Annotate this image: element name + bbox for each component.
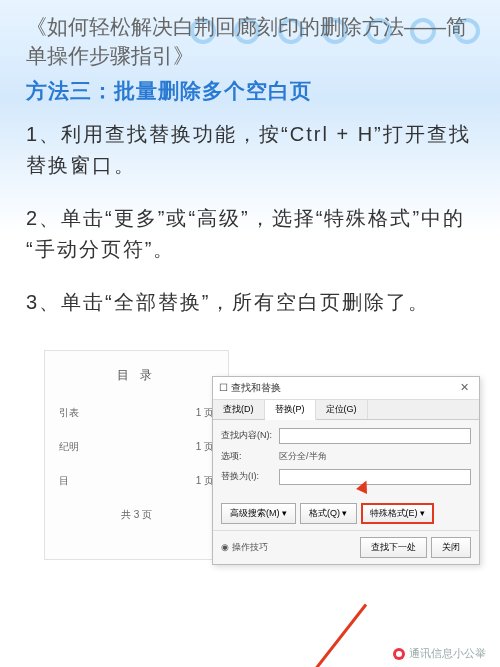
toc-total: 共 3 页 (59, 508, 214, 522)
close-button[interactable]: 关闭 (431, 537, 471, 558)
find-input[interactable] (279, 428, 471, 444)
replace-input[interactable] (279, 469, 471, 485)
step-1: 1、利用查找替换功能，按“Ctrl + H”打开查找替换窗口。 (26, 119, 474, 181)
demo-screenshot: 目 录 引表1 页 纪明1 页 目1 页 共 3 页 ☐ 查找和替换 ✕ 查找(… (26, 340, 474, 600)
toc-row: 目1 页 (59, 474, 214, 488)
format-button[interactable]: 格式(Q) ▾ (300, 503, 357, 524)
tab-find[interactable]: 查找(D) (213, 400, 265, 419)
close-icon[interactable]: ✕ (456, 381, 473, 394)
special-format-button[interactable]: 特殊格式(E) ▾ (361, 503, 435, 524)
tab-goto[interactable]: 定位(G) (316, 400, 368, 419)
article-title: 《如何轻松解决白荆回廊刻印的删除方法——简单操作步骤指引》 (26, 12, 474, 71)
find-next-button[interactable]: 查找下一处 (360, 537, 427, 558)
watermark: 通讯信息小公举 (393, 646, 486, 661)
advanced-search-button[interactable]: 高级搜索(M) ▾ (221, 503, 296, 524)
document-preview: 目 录 引表1 页 纪明1 页 目1 页 共 3 页 (44, 350, 229, 560)
step-2: 2、单击“更多”或“高级”，选择“特殊格式”中的“手动分页符”。 (26, 203, 474, 265)
step-3: 3、单击“全部替换”，所有空白页删除了。 (26, 287, 474, 318)
find-label: 查找内容(N): (221, 429, 273, 442)
replace-label: 替换为(I): (221, 470, 273, 483)
toc-row: 引表1 页 (59, 406, 214, 420)
find-replace-dialog: ☐ 查找和替换 ✕ 查找(D) 替换(P) 定位(G) 查找内容(N): 选项:… (212, 376, 480, 565)
dialog-title: ☐ 查找和替换 (219, 381, 281, 395)
options-value: 区分全/半角 (279, 450, 327, 463)
toc-row: 纪明1 页 (59, 440, 214, 454)
weibo-icon (393, 648, 405, 660)
tips-link[interactable]: ◉ 操作技巧 (221, 541, 268, 554)
doc-toc-title: 目 录 (59, 367, 214, 384)
options-label: 选项: (221, 450, 273, 463)
tab-replace[interactable]: 替换(P) (265, 400, 316, 420)
method-heading: 方法三：批量删除多个空白页 (26, 77, 474, 105)
